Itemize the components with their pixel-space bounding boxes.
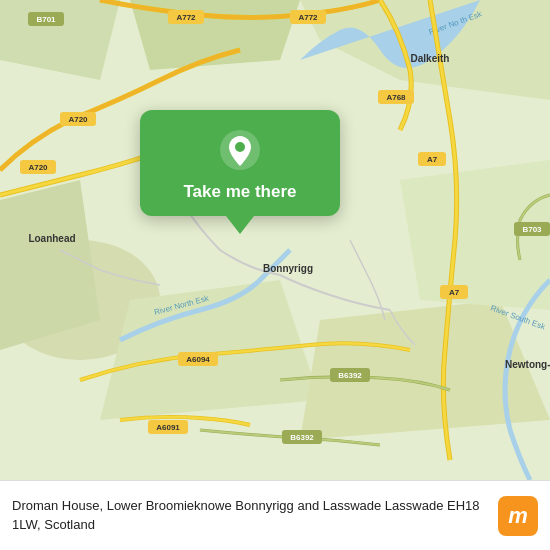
svg-text:B701: B701 xyxy=(36,15,56,24)
footer: Droman House, Lower Broomieknowe Bonnyri… xyxy=(0,480,550,550)
svg-text:B6392: B6392 xyxy=(290,433,314,442)
map-container: River North Esk River South Esk River No… xyxy=(0,0,550,480)
address-text: Droman House, Lower Broomieknowe Bonnyri… xyxy=(12,497,488,533)
svg-text:A772: A772 xyxy=(176,13,196,22)
svg-text:A7: A7 xyxy=(427,155,438,164)
svg-text:A6094: A6094 xyxy=(186,355,210,364)
callout-label: Take me there xyxy=(183,182,296,202)
svg-point-44 xyxy=(235,142,245,152)
svg-text:Bonnyrigg: Bonnyrigg xyxy=(263,263,313,274)
svg-text:Loanhead: Loanhead xyxy=(28,233,75,244)
callout-bubble[interactable]: Take me there xyxy=(140,110,340,216)
location-pin-icon xyxy=(218,128,262,172)
moovit-logo: m xyxy=(498,496,538,536)
svg-text:Dalkeith: Dalkeith xyxy=(411,53,450,64)
svg-text:A6091: A6091 xyxy=(156,423,180,432)
svg-text:B703: B703 xyxy=(522,225,542,234)
moovit-logo-icon: m xyxy=(498,496,538,536)
svg-text:A720: A720 xyxy=(28,163,48,172)
svg-text:A720: A720 xyxy=(68,115,88,124)
svg-text:B6392: B6392 xyxy=(338,371,362,380)
svg-text:Newtong-: Newtong- xyxy=(505,359,550,370)
svg-text:A768: A768 xyxy=(386,93,406,102)
svg-text:A772: A772 xyxy=(298,13,318,22)
svg-text:A7: A7 xyxy=(449,288,460,297)
svg-marker-7 xyxy=(100,280,320,420)
